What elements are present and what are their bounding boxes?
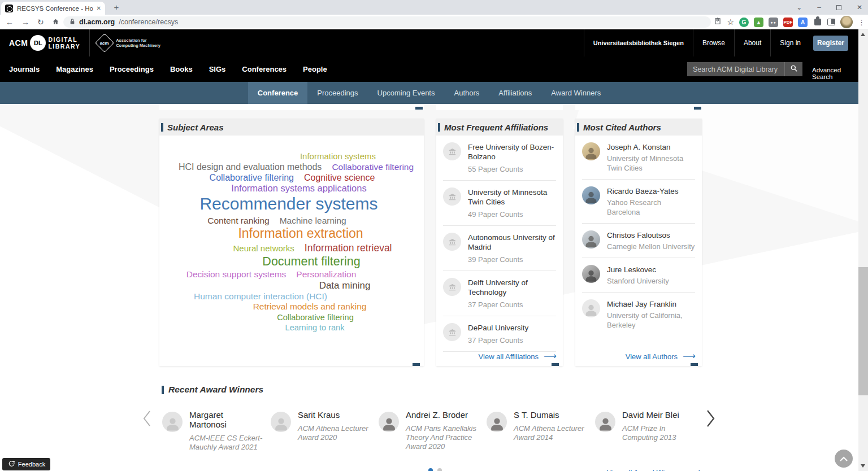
extension-green-icon[interactable]: ▲ xyxy=(754,18,763,27)
cloud-word[interactable]: Information systems applications xyxy=(231,183,366,193)
browser-menu-icon[interactable]: ⋮ xyxy=(858,18,865,27)
page-content: Subject Areas Information systemsHCI des… xyxy=(0,104,858,471)
carousel-dot[interactable] xyxy=(437,468,442,471)
share-icon[interactable] xyxy=(714,17,722,27)
affiliation-name[interactable]: Autonomous University of Madrid xyxy=(468,233,556,252)
profile-avatar[interactable] xyxy=(840,16,853,28)
register-button[interactable]: Register xyxy=(813,36,848,51)
tab-award-winners[interactable]: Award Winners xyxy=(541,82,610,104)
affiliation-name[interactable]: DePaul University xyxy=(468,323,528,333)
tab-search-chevron-icon[interactable]: ⌄ xyxy=(796,4,802,11)
tab-conference[interactable]: Conference xyxy=(248,82,308,104)
cloud-word[interactable]: Machine learning xyxy=(280,216,346,225)
browse-link[interactable]: Browse xyxy=(693,29,734,56)
institution-icon xyxy=(443,187,461,206)
cloud-word[interactable]: HCI design and evaluation methods xyxy=(179,162,322,172)
cloud-word[interactable]: Information systems xyxy=(300,151,376,161)
cloud-word[interactable]: Decision support systems xyxy=(186,269,287,279)
award-winner-avatar xyxy=(595,412,615,432)
home-icon[interactable] xyxy=(52,18,59,27)
tab-authors[interactable]: Authors xyxy=(444,82,489,104)
arrow-right-icon: ⟶ xyxy=(544,352,556,361)
scrollbar-up-icon[interactable] xyxy=(861,33,865,36)
award-winner-name[interactable]: Sarit Kraus xyxy=(298,410,371,420)
carousel-dot-active[interactable] xyxy=(428,468,433,471)
author-name[interactable]: Christos Faloutsos xyxy=(607,230,695,240)
tab-close-icon[interactable]: ✕ xyxy=(97,5,101,11)
advanced-search-link[interactable]: Advanced Search xyxy=(812,67,858,80)
tab-upcoming-events[interactable]: Upcoming Events xyxy=(368,82,445,104)
extension-pdf-icon[interactable]: PDF xyxy=(783,18,793,27)
cloud-word[interactable]: Collaborative filtering xyxy=(210,173,294,182)
nav-sigs[interactable]: SIGs xyxy=(209,65,226,73)
forward-icon[interactable]: → xyxy=(21,18,29,26)
award-name: ACM Athena Lecturer Award 2020 xyxy=(298,424,371,442)
sign-in-link[interactable]: Sign in xyxy=(770,29,810,56)
new-tab-button[interactable]: + xyxy=(111,2,122,14)
nav-books[interactable]: Books xyxy=(170,65,193,73)
award-winners-title: Recent Award Winners xyxy=(168,385,263,395)
search-input[interactable] xyxy=(687,62,784,76)
cloud-word[interactable]: Personalization xyxy=(296,269,356,279)
cloud-word[interactable]: Information extraction xyxy=(238,226,363,241)
tab-affiliations[interactable]: Affiliations xyxy=(489,82,541,104)
affiliation-name[interactable]: Delft University of Technology xyxy=(468,278,556,297)
cloud-word[interactable]: Data mining xyxy=(319,280,371,291)
extension-gray-icon[interactable]: ●● xyxy=(769,18,778,27)
search-button[interactable] xyxy=(784,62,802,76)
page-scrollbar[interactable] xyxy=(858,29,868,471)
view-all-affiliations-link[interactable]: View all Affiliations⟶ xyxy=(479,352,556,361)
author-name[interactable]: Jure Leskovec xyxy=(607,265,669,274)
cloud-word[interactable]: Information retrieval xyxy=(305,242,392,254)
nav-journals[interactable]: Journals xyxy=(9,65,40,73)
award-winner-name[interactable]: Margaret Martonosi xyxy=(189,410,263,429)
bookmark-star-icon[interactable]: ☆ xyxy=(727,18,734,26)
award-winner-name[interactable]: S T. Dumais xyxy=(514,410,587,420)
cloud-word[interactable]: Collaborative filtering xyxy=(277,313,353,322)
nav-conferences[interactable]: Conferences xyxy=(242,65,287,73)
extension-grammarly-icon[interactable]: G xyxy=(739,18,749,27)
carousel-next-icon[interactable] xyxy=(705,409,715,430)
cloud-word[interactable]: Learning to rank xyxy=(285,323,345,332)
scroll-to-top-button[interactable] xyxy=(835,450,853,468)
extensions-puzzle-icon[interactable] xyxy=(813,18,822,27)
split-view-icon[interactable] xyxy=(827,19,835,25)
cloud-word[interactable]: Neural networks xyxy=(233,243,294,253)
window-maximize-icon[interactable] xyxy=(836,5,841,10)
author-name[interactable]: Joseph A. Konstan xyxy=(607,142,695,152)
cloud-word[interactable]: Document filtering xyxy=(262,255,360,268)
affiliation-name[interactable]: University of Minnesota Twin Cities xyxy=(468,187,556,207)
acm-dl-logo[interactable]: ACM DL DIGITAL LIBRARY xyxy=(9,35,80,51)
nav-people[interactable]: People xyxy=(303,65,327,73)
affiliation-row: University of Minnesota Twin Cities 49 P… xyxy=(443,181,556,226)
extension-translate-icon[interactable]: A xyxy=(798,18,808,27)
scrollbar-down-icon[interactable] xyxy=(861,464,865,468)
affiliation-name[interactable]: Free University of Bozen-Bolzano xyxy=(468,142,556,162)
reload-icon[interactable]: ↻ xyxy=(37,18,44,26)
cloud-word[interactable]: Retrieval models and ranking xyxy=(253,302,367,311)
cloud-word[interactable]: Content ranking xyxy=(207,216,269,225)
address-bar[interactable]: dl.acm.org/conference/recsys xyxy=(63,16,711,28)
window-close-icon[interactable]: ✕ xyxy=(857,4,862,11)
author-name[interactable]: Michael Jay Franklin xyxy=(607,299,695,309)
feedback-button[interactable]: Feedback xyxy=(2,458,50,470)
cloud-word[interactable]: Cognitive science xyxy=(304,173,375,182)
about-link[interactable]: About xyxy=(734,29,770,56)
scrollbar-thumb[interactable] xyxy=(858,267,868,395)
view-all-award-winners-link[interactable]: View all Award Winners⟶ xyxy=(607,468,701,471)
window-minimize-icon[interactable]: – xyxy=(817,4,821,11)
tab-proceedings[interactable]: Proceedings xyxy=(307,82,367,104)
nav-proceedings[interactable]: Proceedings xyxy=(110,65,154,73)
award-winner-name[interactable]: Andrei Z. Broder xyxy=(406,410,479,420)
carousel-prev-icon[interactable] xyxy=(142,410,151,429)
nav-magazines[interactable]: Magazines xyxy=(56,65,93,73)
cloud-word[interactable]: Collaborative filtering xyxy=(332,162,414,172)
back-icon[interactable]: ← xyxy=(6,18,14,26)
acm-association-logo[interactable]: acm Association for Computing Machinery xyxy=(98,36,160,50)
view-all-authors-link[interactable]: View all Authors⟶ xyxy=(626,352,695,361)
browser-tab[interactable]: RECSYS Conference - Home ✕ xyxy=(1,2,105,15)
award-winner-name[interactable]: David Meir Blei xyxy=(622,410,696,420)
author-name[interactable]: Ricardo Baeza-Yates xyxy=(607,186,695,196)
cloud-word[interactable]: Human computer interaction (HCI) xyxy=(194,291,327,301)
cloud-word[interactable]: Recommender systems xyxy=(199,194,377,213)
